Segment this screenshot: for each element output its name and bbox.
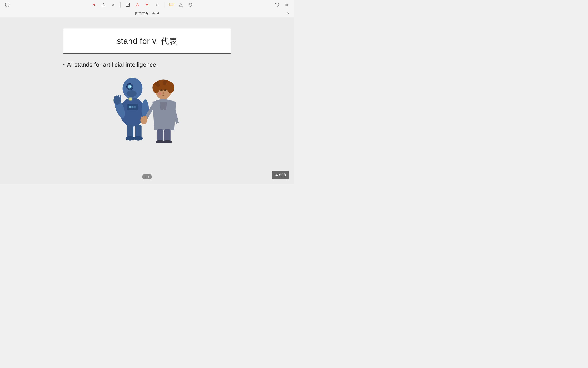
svg-rect-54 <box>143 116 144 120</box>
highlight-icon <box>135 3 140 7</box>
menu-icon <box>285 3 289 7</box>
eraser-button[interactable] <box>153 1 160 8</box>
text-bold-icon: A <box>93 3 95 7</box>
close-button[interactable]: × <box>285 11 291 16</box>
svg-rect-55 <box>144 116 146 120</box>
svg-point-37 <box>125 136 134 141</box>
svg-point-50 <box>158 92 161 95</box>
svg-rect-33 <box>120 95 121 101</box>
svg-point-62 <box>128 97 133 101</box>
svg-rect-3 <box>146 6 148 6</box>
toolbar-divider-1 <box>120 2 121 8</box>
svg-rect-53 <box>141 117 142 121</box>
comment-button[interactable] <box>168 1 175 8</box>
bullet-section: • AI stands for artificial intelligence. <box>63 61 231 68</box>
audio-bar-2 <box>147 175 147 178</box>
svg-point-26 <box>132 106 133 108</box>
main-content: stand for v. 代表 • AI stands for artifici… <box>0 17 294 184</box>
text-box-icon: T <box>126 3 130 7</box>
audio-bar-3 <box>148 176 149 178</box>
toolbar-center: A A A T <box>91 1 194 8</box>
svg-rect-7 <box>170 3 173 6</box>
text-bold-button[interactable]: A <box>91 1 97 8</box>
page-counter: 4 of 8 <box>272 171 289 179</box>
subtitle-text: [282] 站看： stand <box>135 11 159 15</box>
svg-rect-32 <box>118 95 119 100</box>
svg-rect-4 <box>155 4 158 6</box>
toolbar-right <box>274 1 290 8</box>
svg-point-48 <box>164 89 166 92</box>
svg-marker-10 <box>179 3 183 6</box>
text-underline-icon: A <box>102 3 105 7</box>
text-underline-button[interactable]: A <box>100 1 107 8</box>
svg-point-47 <box>161 89 162 92</box>
marker-button[interactable] <box>143 1 151 8</box>
svg-point-38 <box>134 136 143 141</box>
svg-point-21 <box>126 90 137 97</box>
undo-icon <box>275 2 279 7</box>
illustration <box>101 74 193 143</box>
undo-button[interactable] <box>274 1 281 8</box>
bullet-dot: • <box>63 62 65 68</box>
svg-point-12 <box>190 4 191 4</box>
audio-button[interactable] <box>142 174 152 179</box>
shape-button[interactable] <box>177 1 184 8</box>
svg-point-20 <box>130 86 131 87</box>
svg-point-19 <box>128 85 132 89</box>
svg-rect-56 <box>146 117 147 121</box>
selection-tool-button[interactable] <box>4 1 11 8</box>
highlight-button[interactable] <box>134 1 141 8</box>
svg-point-11 <box>190 4 190 5</box>
text-small-icon: A <box>112 3 114 7</box>
flashcard: stand for v. 代表 <box>63 29 231 54</box>
subtitle-bar: [282] 站看： stand × <box>0 9 294 17</box>
theme-icon <box>188 3 193 7</box>
svg-text:T: T <box>127 3 129 6</box>
svg-point-25 <box>129 106 131 108</box>
svg-point-27 <box>134 106 136 108</box>
text-box-button[interactable]: T <box>124 1 131 8</box>
toolbar-left <box>4 1 11 8</box>
svg-rect-58 <box>164 129 171 142</box>
svg-point-13 <box>191 4 192 5</box>
svg-rect-31 <box>116 95 118 101</box>
bullet-text: AI stands for artificial intelligence. <box>67 61 158 68</box>
selection-icon <box>5 3 9 7</box>
eraser-icon <box>154 3 159 7</box>
comment-icon <box>169 3 173 7</box>
flashcard-text: stand for v. 代表 <box>117 36 177 46</box>
audio-bar-1 <box>146 176 146 178</box>
menu-button[interactable] <box>283 1 290 8</box>
marker-icon <box>145 3 149 7</box>
shape-icon <box>179 3 183 7</box>
toolbar: A A A T <box>0 0 294 9</box>
svg-rect-57 <box>157 129 163 142</box>
svg-rect-30 <box>114 96 116 101</box>
svg-point-46 <box>166 82 171 87</box>
theme-button[interactable] <box>187 1 194 8</box>
text-small-button[interactable]: A <box>110 1 117 8</box>
svg-point-49 <box>162 92 164 94</box>
